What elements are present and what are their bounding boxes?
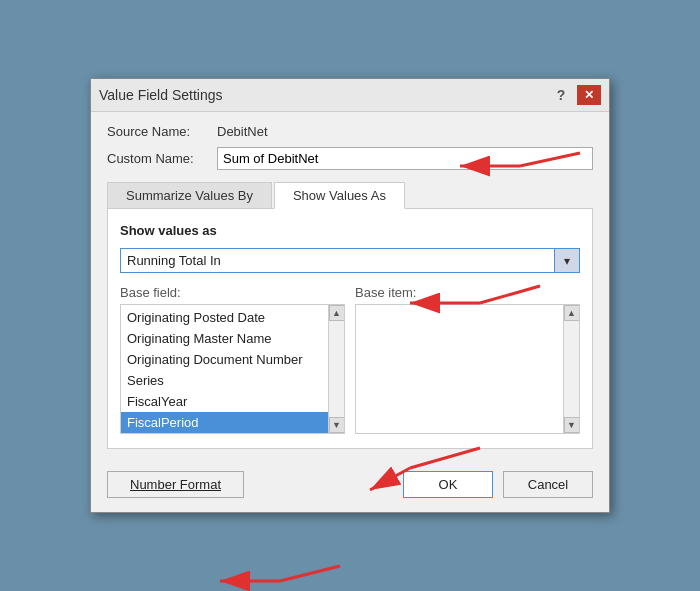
dialog-footer: Number Format OK Cancel — [91, 461, 609, 512]
scroll-up-button[interactable]: ▲ — [329, 305, 345, 321]
close-button[interactable]: ✕ — [577, 85, 601, 105]
scroll-up-button[interactable]: ▲ — [564, 305, 580, 321]
list-item[interactable]: Originating Master Name — [121, 328, 344, 349]
dialog-wrapper: Value Field Settings ? ✕ Source Name: De… — [90, 78, 610, 513]
footer-right-buttons: OK Cancel — [403, 471, 593, 498]
number-format-button[interactable]: Number Format — [107, 471, 244, 498]
help-button[interactable]: ? — [551, 85, 571, 105]
ok-button[interactable]: OK — [403, 471, 493, 498]
base-field-label: Base field: — [120, 285, 345, 300]
list-item[interactable]: Originating Posted Date — [121, 307, 344, 328]
custom-name-input[interactable] — [217, 147, 593, 170]
show-values-as-dropdown[interactable]: No Calculation% of Grand Total% of Colum… — [120, 248, 580, 273]
base-field-col: Base field: Originating Posted Date Orig… — [120, 285, 345, 434]
base-field-list: Originating Posted Date Originating Mast… — [120, 304, 345, 434]
base-item-scrollbar: ▲ ▼ — [563, 305, 579, 433]
base-field-scrollbar: ▲ ▼ — [328, 305, 344, 433]
source-name-label: Source Name: — [107, 124, 217, 139]
title-bar-right: ? ✕ — [551, 85, 601, 105]
list-item[interactable]: FiscalYear — [121, 391, 344, 412]
fields-row: Base field: Originating Posted Date Orig… — [120, 285, 580, 434]
show-values-as-panel: Show values as No Calculation% of Grand … — [107, 209, 593, 449]
base-item-list: ▲ ▼ — [355, 304, 580, 434]
custom-name-label: Custom Name: — [107, 151, 217, 166]
scroll-down-button[interactable]: ▼ — [329, 417, 345, 433]
svg-line-11 — [280, 566, 340, 581]
base-item-list-inner — [356, 305, 579, 309]
dialog-body: Source Name: DebitNet Custom Name: Summa… — [91, 112, 609, 461]
dropdown-row: No Calculation% of Grand Total% of Colum… — [120, 248, 580, 273]
scroll-down-button[interactable]: ▼ — [564, 417, 580, 433]
custom-name-row: Custom Name: — [107, 147, 593, 170]
source-name-value: DebitNet — [217, 124, 268, 139]
title-bar-left: Value Field Settings — [99, 87, 222, 103]
cancel-button[interactable]: Cancel — [503, 471, 593, 498]
list-item-selected[interactable]: FiscalPeriod — [121, 412, 344, 433]
source-row: Source Name: DebitNet — [107, 124, 593, 139]
base-item-label: Base item: — [355, 285, 580, 300]
list-item[interactable]: Series — [121, 370, 344, 391]
dialog-title: Value Field Settings — [99, 87, 222, 103]
title-bar: Value Field Settings ? ✕ — [91, 79, 609, 112]
tab-summarize-values-by[interactable]: Summarize Values By — [107, 182, 272, 208]
tabs-row: Summarize Values By Show Values As — [107, 182, 593, 209]
panel-title: Show values as — [120, 223, 580, 238]
list-item[interactable]: Originating Document Number — [121, 349, 344, 370]
tab-show-values-as[interactable]: Show Values As — [274, 182, 405, 209]
base-field-list-inner: Originating Posted Date Originating Mast… — [121, 305, 344, 434]
base-item-col: Base item: ▲ ▼ — [355, 285, 580, 434]
value-field-settings-dialog: Value Field Settings ? ✕ Source Name: De… — [90, 78, 610, 513]
